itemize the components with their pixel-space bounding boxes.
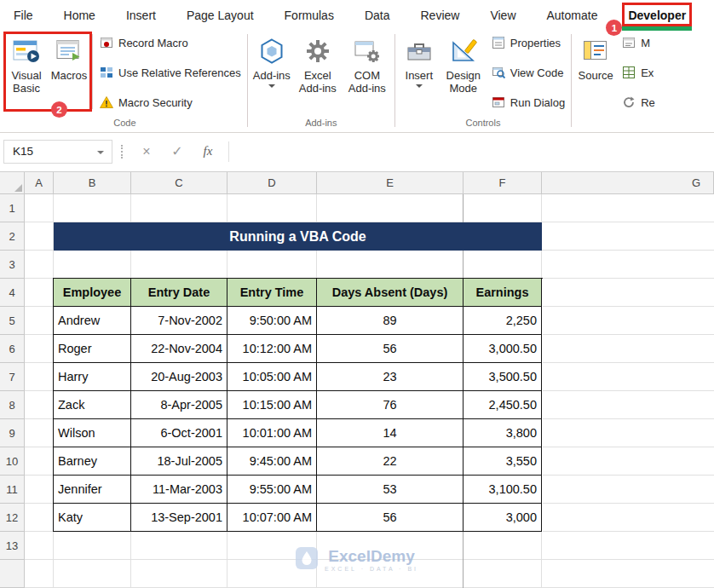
- ribbon-tab-review[interactable]: Review: [421, 0, 460, 31]
- com-add-ins-button[interactable]: COM Add-ins: [343, 32, 392, 95]
- row-header-4[interactable]: 4: [0, 279, 25, 307]
- table-cell[interactable]: 6-Oct-2001: [131, 419, 227, 447]
- grid-cell[interactable]: [25, 251, 54, 279]
- grid-cell[interactable]: [25, 419, 54, 447]
- table-cell[interactable]: 18-Jul-2005: [131, 447, 227, 476]
- table-cell[interactable]: Jennifer: [54, 476, 131, 504]
- cancel-icon[interactable]: ×: [135, 144, 158, 159]
- visual-basic-button[interactable]: Visual Basic: [5, 32, 48, 95]
- grid-cell[interactable]: [131, 532, 227, 560]
- row-header-partial[interactable]: [0, 560, 25, 588]
- table-cell[interactable]: Andrew: [54, 307, 131, 335]
- map-properties-button[interactable]: M: [622, 36, 655, 49]
- grid-cell[interactable]: [54, 560, 131, 588]
- grid-cell[interactable]: [542, 476, 714, 504]
- column-header-B[interactable]: B: [54, 172, 131, 194]
- table-cell[interactable]: 3,500.50: [464, 363, 542, 391]
- grid-cell[interactable]: [542, 335, 714, 363]
- table-cell[interactable]: 13-Sep-2001: [131, 504, 227, 532]
- enter-check-icon[interactable]: ✓: [165, 143, 189, 159]
- source-button[interactable]: Source: [574, 32, 617, 82]
- table-cell[interactable]: Harry: [54, 363, 131, 391]
- column-header-F[interactable]: F: [464, 172, 542, 194]
- table-cell[interactable]: Zack: [54, 391, 131, 419]
- table-cell[interactable]: 9:55:00 AM: [227, 476, 317, 504]
- grid-cell[interactable]: [54, 251, 131, 279]
- column-header-C[interactable]: C: [131, 172, 227, 194]
- grid-cell[interactable]: [542, 307, 714, 335]
- select-all-corner[interactable]: [0, 172, 25, 194]
- table-cell[interactable]: 11-Mar-2003: [131, 476, 227, 504]
- column-header-G[interactable]: G: [542, 172, 714, 194]
- column-header-A[interactable]: A: [25, 172, 54, 194]
- row-header-7[interactable]: 7: [0, 363, 25, 391]
- merged-title-cell[interactable]: Running a VBA Code: [54, 222, 542, 251]
- table-header-cell[interactable]: Entry Date: [131, 279, 227, 307]
- grid-cell[interactable]: [542, 251, 714, 279]
- row-header-5[interactable]: 5: [0, 307, 25, 335]
- excel-add-ins-button[interactable]: Excel Add-ins: [293, 32, 343, 95]
- ribbon-tab-developer[interactable]: Developer 1: [628, 0, 686, 31]
- ribbon-tab-data[interactable]: Data: [365, 0, 390, 31]
- grid-cell[interactable]: [542, 279, 714, 307]
- run-dialog-button[interactable]: Run Dialog: [492, 95, 565, 109]
- row-header-9[interactable]: 9: [0, 419, 25, 447]
- grid-cell[interactable]: [464, 194, 542, 222]
- table-cell[interactable]: 3,550: [464, 447, 542, 476]
- grid-cell[interactable]: [464, 532, 542, 560]
- row-header-10[interactable]: 10: [0, 447, 25, 476]
- name-box-dropdown-icon[interactable]: [97, 151, 104, 154]
- use-relative-references-button[interactable]: Use Relative References: [100, 66, 241, 79]
- table-cell[interactable]: 3,800: [464, 419, 542, 447]
- add-ins-button[interactable]: Add-ins: [250, 32, 293, 88]
- column-header-E[interactable]: E: [317, 172, 464, 194]
- grid-cell[interactable]: [464, 251, 542, 279]
- row-header-6[interactable]: 6: [0, 335, 25, 363]
- grid-cell[interactable]: [25, 307, 54, 335]
- ribbon-tab-view[interactable]: View: [490, 0, 515, 31]
- table-header-cell[interactable]: Entry Time: [227, 279, 317, 307]
- grid-cell[interactable]: [542, 194, 714, 222]
- grid-cell[interactable]: [25, 335, 54, 363]
- grid-cell[interactable]: [25, 560, 54, 588]
- grid-cell[interactable]: [464, 560, 542, 588]
- table-header-cell[interactable]: Days Absent (Days): [317, 279, 464, 307]
- grid-cell[interactable]: [25, 222, 54, 251]
- grid-cell[interactable]: [542, 391, 714, 419]
- table-cell[interactable]: 10:15:00 AM: [227, 391, 317, 419]
- ribbon-tab-automate[interactable]: Automate: [547, 0, 598, 31]
- table-cell[interactable]: 3,000.50: [464, 335, 542, 363]
- table-header-cell[interactable]: Employee: [54, 279, 131, 307]
- row-header-1[interactable]: 1: [0, 194, 25, 222]
- row-header-11[interactable]: 11: [0, 476, 25, 504]
- grid-cell[interactable]: [25, 447, 54, 476]
- grid-cell[interactable]: [317, 194, 464, 222]
- properties-button[interactable]: Properties: [492, 36, 565, 49]
- table-cell[interactable]: 56: [317, 335, 464, 363]
- table-cell[interactable]: 76: [317, 391, 464, 419]
- table-cell[interactable]: 10:07:00 AM: [227, 504, 317, 532]
- table-cell[interactable]: 9:45:00 AM: [227, 447, 317, 476]
- table-cell[interactable]: 56: [317, 504, 464, 532]
- table-cell[interactable]: Katy: [54, 504, 131, 532]
- table-cell[interactable]: 89: [317, 307, 464, 335]
- ribbon-tab-home[interactable]: Home: [64, 0, 95, 31]
- formula-input[interactable]: [236, 140, 714, 164]
- table-cell[interactable]: 22: [317, 447, 464, 476]
- table-cell[interactable]: 10:12:00 AM: [227, 335, 317, 363]
- macros-button[interactable]: Macros: [48, 32, 90, 82]
- grid-cell[interactable]: [25, 391, 54, 419]
- insert-control-button[interactable]: Insert: [398, 32, 440, 88]
- table-cell[interactable]: 23: [317, 363, 464, 391]
- grid-cell[interactable]: [25, 532, 54, 560]
- view-code-button[interactable]: View Code: [492, 66, 565, 79]
- ribbon-tab-insert[interactable]: Insert: [126, 0, 156, 31]
- grid-cell[interactable]: [542, 363, 714, 391]
- column-header-D[interactable]: D: [227, 172, 317, 194]
- grid-cell[interactable]: [25, 194, 54, 222]
- record-macro-button[interactable]: Record Macro: [100, 36, 241, 49]
- grid-cell[interactable]: [25, 363, 54, 391]
- table-cell[interactable]: 7-Nov-2002: [131, 307, 227, 335]
- row-header-12[interactable]: 12: [0, 504, 25, 532]
- table-cell[interactable]: 14: [317, 419, 464, 447]
